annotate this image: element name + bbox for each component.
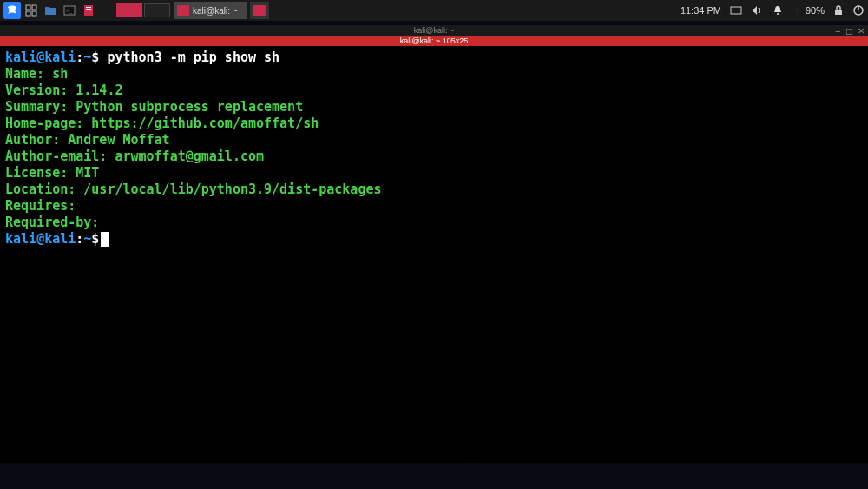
terminal-line: Location: /usr/local/lib/python3.9/dist-…	[5, 182, 863, 198]
terminal-line: Author: Andrew Moffat	[5, 132, 863, 149]
terminal-line: kali@kali:~$ python3 -m pip show sh	[5, 50, 863, 66]
terminal-launcher-icon[interactable]: >_	[61, 2, 78, 19]
top-panel: >_ kali@kali: ~ 11:34 PM 90%	[0, 0, 868, 21]
terminal-line: kali@kali:~$	[5, 231, 863, 248]
terminal-line: Summary: Python subprocess replacement	[5, 99, 863, 116]
command-text: python3 -m pip show sh	[107, 50, 279, 65]
svg-rect-2	[26, 11, 30, 16]
terminal-body[interactable]: kali@kali:~$ python3 -m pip show sh Name…	[0, 46, 868, 463]
battery-indicator[interactable]: 90%	[792, 4, 825, 17]
terminal-line: Version: 1.14.2	[5, 83, 863, 99]
terminal-line: Name: sh	[5, 66, 863, 83]
close-button[interactable]: ✕	[858, 26, 865, 36]
svg-text:>_: >_	[66, 7, 73, 14]
minimize-button[interactable]: –	[835, 26, 840, 36]
prompt-at: @	[36, 50, 44, 65]
svg-rect-1	[32, 5, 36, 10]
prompt-sep: :	[76, 50, 83, 65]
workspace-1[interactable]	[116, 3, 142, 17]
clock[interactable]: 11:34 PM	[681, 5, 721, 16]
window-titlebar[interactable]: kali@kali: ~ – ◻ ✕	[0, 25, 868, 36]
svg-rect-3	[32, 11, 36, 16]
power-icon[interactable]	[852, 4, 865, 17]
svg-rect-6	[84, 5, 93, 16]
window-title: kali@kali: ~	[414, 26, 454, 35]
svg-rect-0	[26, 5, 30, 10]
terminal-tab[interactable]: kali@kali: ~ 105x25	[0, 36, 868, 46]
svg-rect-9	[731, 7, 741, 14]
terminal-line: Home-page: https://github.com/amoffat/sh	[5, 116, 863, 132]
keyboard-icon[interactable]	[730, 5, 742, 16]
prompt-host: kali	[44, 50, 76, 65]
cursor	[101, 232, 108, 247]
svg-rect-11	[835, 10, 842, 15]
prompt-path: ~	[83, 50, 91, 65]
maximize-button[interactable]: ◻	[845, 26, 852, 36]
notifications-icon[interactable]	[772, 4, 784, 17]
svg-rect-8	[86, 9, 91, 10]
pager-icon[interactable]	[23, 2, 40, 19]
terminal-line: Required-by:	[5, 215, 863, 231]
volume-icon[interactable]	[751, 4, 763, 17]
workspace-2[interactable]	[144, 3, 170, 17]
terminal-tab-label: kali@kali: ~ 105x25	[400, 36, 468, 45]
terminal-line: Author-email: arwmoffat@gmail.com	[5, 149, 863, 165]
taskbar-item-2[interactable]	[250, 2, 269, 19]
terminal-window: kali@kali: ~ – ◻ ✕ kali@kali: ~ 105x25 k…	[0, 25, 868, 463]
taskbar-app-icon	[177, 5, 189, 16]
taskbar-item-label: kali@kali: ~	[193, 6, 238, 16]
lock-icon[interactable]	[833, 4, 844, 17]
svg-rect-7	[86, 7, 91, 8]
svg-point-10	[777, 13, 779, 15]
taskbar-item-terminal[interactable]: kali@kali: ~	[174, 2, 247, 19]
terminal-line: Requires:	[5, 198, 863, 215]
text-editor-icon[interactable]	[80, 2, 97, 19]
terminal-line: License: MIT	[5, 165, 863, 182]
prompt-user: kali	[5, 50, 36, 65]
applications-menu-icon[interactable]	[3, 2, 21, 19]
battery-percent: 90%	[806, 5, 825, 16]
taskbar-app-icon	[253, 5, 266, 16]
prompt-dollar: $	[91, 50, 99, 65]
file-manager-icon[interactable]	[42, 2, 59, 19]
